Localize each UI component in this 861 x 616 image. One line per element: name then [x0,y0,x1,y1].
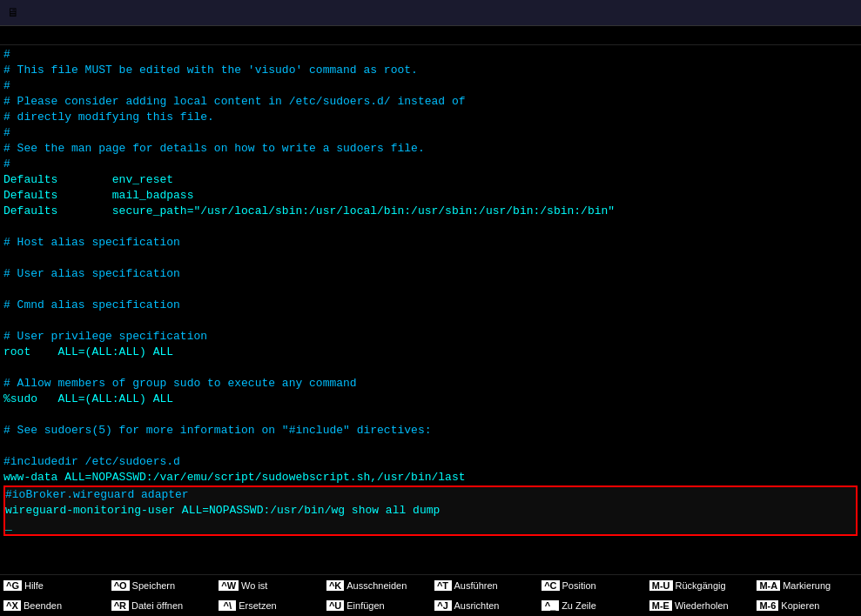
footer-label: Markierung [783,580,831,591]
footer-key: M-A [757,580,780,591]
footer-label: Rückgängig [676,580,726,591]
titlebar-controls [777,3,854,23]
footer-key: ^G [3,580,22,591]
cursor-line: _ [5,519,856,534]
close-button[interactable] [830,3,854,23]
nano-footer: ^GHilfe^OSpeichern^WWo ist^KAusschneiden… [0,574,861,616]
footer-item: ^\Ersetzen [215,596,323,617]
footer-item: ^CPosition [538,575,646,596]
footer-label: Ausrichten [454,600,500,611]
footer-label: Ausführen [454,580,498,591]
titlebar-left: 🖥 [7,6,24,20]
editor-line [3,439,858,454]
footer-item: ^WWo ist [215,575,323,596]
footer-item: ^OSpeichern [108,575,216,596]
editor-line: # [3,157,858,172]
footer-item: ^XBeenden [0,596,108,617]
footer-label: Beenden [24,600,62,611]
highlighted-line: #ioBroker.wireguard adapter [5,487,856,503]
footer-label: Einfügen [346,600,384,611]
footer-key: ^K [326,580,344,591]
editor-line: #includedir /etc/sudoers.d [3,454,858,470]
editor-line: # This file MUST be edited with the 'vis… [3,63,858,78]
footer-label: Datei öffnen [131,600,183,611]
editor-line [3,282,858,298]
highlighted-line: wireguard-monitoring-user ALL=NOPASSWD:/… [5,503,856,519]
editor-line: www-data ALL=NOPASSWD:/var/emu/script/su… [3,470,858,485]
footer-item: ^JAusrichten [431,596,539,617]
footer-label: Ersetzen [239,600,276,611]
footer-item: ^UEinfügen [323,596,431,617]
editor-line: # Please consider adding local content i… [3,94,858,110]
editor-line: # directly modifying this file. [3,110,858,125]
footer-label: Ausschneiden [346,580,407,591]
footer-item: ^TAusführen [431,575,539,596]
footer-key: ^W [219,580,239,591]
footer-key: ^R [111,600,129,611]
maximize-button[interactable] [804,3,828,23]
editor-line: # See the man page for details on how to… [3,141,858,157]
footer-label: Hilfe [24,580,44,591]
footer-key: ^_ [541,600,559,611]
footer-key: M-6 [757,600,778,611]
editor-line: %sudo ALL=(ALL:ALL) ALL [3,392,858,407]
footer-label: Kopieren [781,600,819,611]
editor-line: # User alias specification [3,266,858,282]
footer-item: ^KAusschneiden [323,575,431,596]
editor-line [3,313,858,329]
minimize-button[interactable] [777,3,802,23]
titlebar-icon: 🖥 [7,6,19,20]
editor-line [3,251,858,266]
editor-line: # [3,125,858,141]
editor-line: # User privilege specification [3,329,858,345]
footer-item: M-6Kopieren [753,596,861,617]
footer-key: ^T [434,580,452,591]
footer-key: ^X [3,600,21,611]
editor-line: Defaults mail_badpass [3,188,858,204]
editor-line: root ALL=(ALL:ALL) ALL [3,345,858,360]
editor-line: # Host alias specification [3,235,858,251]
footer-key: ^O [111,580,130,591]
footer-item: M-AMarkierung [753,575,861,596]
footer-label: Wiederholen [675,600,729,611]
nano-header [0,26,861,45]
footer-item: ^GHilfe [0,575,108,596]
footer-item: M-URückgängig [646,575,754,596]
editor-line [3,360,858,376]
editor-line: Defaults env_reset [3,172,858,188]
footer-key: ^C [541,580,559,591]
footer-key: ^J [434,600,452,611]
footer-label: Wo ist [241,580,267,591]
footer-key: M-U [649,580,673,591]
editor-area[interactable]: # # This file MUST be edited with the 'v… [0,45,861,574]
footer-key: ^U [326,600,344,611]
footer-item: ^_Zu Zeile [538,596,646,617]
editor-line: Defaults secure_path="/usr/local/sbin:/u… [3,204,858,219]
footer-item: ^RDatei öffnen [108,596,216,617]
footer-label: Zu Zeile [562,600,596,611]
footer-item: M-EWiederholen [646,596,754,617]
editor-line: # See sudoers(5) for more information on… [3,423,858,439]
titlebar: 🖥 [0,0,861,26]
editor-line [3,407,858,423]
footer-key: M-E [649,600,672,611]
footer-label: Position [562,580,596,591]
highlighted-block: #ioBroker.wireguard adapter wireguard-mo… [3,485,858,536]
editor-line: # [3,47,858,63]
editor-line: # [3,78,858,94]
editor-line: # Allow members of group sudo to execute… [3,376,858,392]
editor-line: # Cmnd alias specification [3,298,858,313]
footer-key: ^\ [219,600,236,611]
editor-line [3,219,858,235]
footer-label: Speichern [132,580,176,591]
